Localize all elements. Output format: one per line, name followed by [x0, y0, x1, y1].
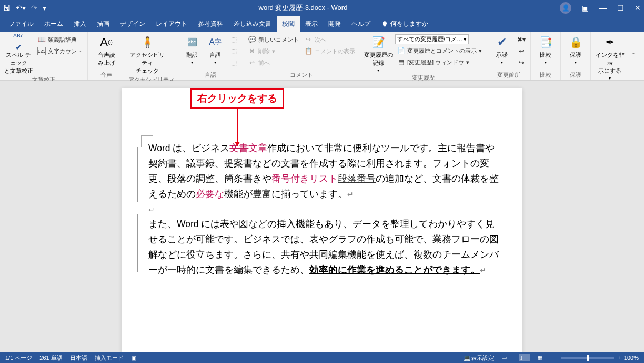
group-proofing: ᴬᴮᶜ✔ スペル チェック と文章校正 📖類義語辞典 123文字カウント 文章校… [0, 32, 88, 80]
prev-change-icon: ↩ [517, 47, 526, 55]
ribbon-display-icon[interactable]: ▣ [582, 4, 589, 12]
text[interactable]: 機能が豊富に揃っています。 [224, 189, 347, 199]
status-wordcount[interactable]: 261 単語 [39, 354, 62, 362]
zoom-level[interactable]: 100% [624, 355, 639, 361]
display-settings-button[interactable]: 💻表示設定 [464, 354, 494, 362]
zoom-slider[interactable] [561, 357, 614, 359]
tab-developer[interactable]: 開発 [323, 16, 346, 32]
maximize-icon[interactable]: ☐ [617, 4, 624, 12]
change-bar [137, 214, 138, 272]
view-print-icon[interactable]: ▯ [519, 354, 530, 361]
tab-home[interactable]: ホーム [39, 16, 68, 32]
pilcrow-icon: ↵ [347, 190, 354, 199]
markup-icon: 📄 [397, 46, 405, 55]
tab-layout[interactable]: レイアウト [150, 16, 193, 32]
qat-customize-icon[interactable]: ▾ [43, 4, 46, 12]
readaloud-button[interactable]: A))) 音声読 み上げ [91, 33, 122, 67]
close-icon[interactable]: ✕ [635, 4, 641, 12]
ribbon-tabs: ファイル ホーム 挿入 描画 デザイン レイアウト 参考資料 差し込み文書 校閲… [0, 16, 644, 32]
group-comments: 💬新しいコメント ✖削除 ▾ ↩前へ ↪次へ 📋コメントの表示 コメント [243, 32, 360, 80]
pilcrow-icon: ↵ [148, 205, 155, 214]
show-markup-button[interactable]: 📄変更履歴とコメントの表示 ▾ [395, 45, 484, 56]
view-readmode-icon[interactable]: ▭ [501, 354, 512, 361]
pane-icon: ▤ [397, 58, 405, 66]
ribbon: ᴬᴮᶜ✔ スペル チェック と文章校正 📖類義語辞典 123文字カウント 文章校… [0, 32, 644, 81]
document-area: 右クリックをする Word は、ビジネス文書文章作成において非常に便利なツールで… [0, 81, 644, 352]
tab-mailings[interactable]: 差し込み文書 [228, 16, 277, 32]
group-changes: ✔ 承諾▾ ✖▾ ↩ ↪ 変更箇所 [487, 32, 531, 80]
collapse-ribbon-icon[interactable]: ˆ [629, 52, 638, 60]
tracked-deletion[interactable]: 必要な [196, 189, 224, 199]
prev-change-button[interactable]: ↩ [516, 46, 527, 56]
group-label: 音声 [91, 70, 122, 80]
hide-ink-button[interactable]: ✒ インクを非表 示にする▾ [594, 33, 626, 81]
callout-arrow [237, 109, 238, 146]
tracked-format-change[interactable]: 効率的に作業を進めることができます。 [309, 264, 480, 275]
accept-button[interactable]: ✔ 承諾▾ [490, 33, 514, 65]
pilcrow-icon: ↵ [480, 266, 486, 274]
view-web-icon[interactable]: ▦ [537, 354, 548, 361]
next-change-button[interactable]: ↪ [516, 57, 527, 68]
tab-review[interactable]: 校閲 [277, 16, 300, 32]
tab-help[interactable]: ヘルプ [346, 16, 376, 32]
accessibility-check-button[interactable]: 🧍 アクセシビリティ チェック [128, 33, 166, 75]
translate-button[interactable]: 🔤 翻訳▾ [182, 33, 203, 65]
wordcount-button[interactable]: 123文字カウント [36, 46, 84, 56]
display-for-review-dropdown[interactable]: すべての変更履歴/コメ…▾ [395, 34, 469, 44]
document-page[interactable]: Word は、ビジネス文書文章作成において非常に便利なツールです。主に報告書や契… [122, 88, 522, 352]
chevron-down-icon: ▾ [464, 36, 467, 43]
lock-icon: 🔒 [568, 34, 583, 50]
show-icon: 📋 [304, 47, 313, 55]
track-changes-button[interactable]: 📝 変更履歴の 記録▾ [364, 33, 393, 73]
next-icon: ↪ [304, 35, 313, 44]
protect-button[interactable]: 🔒 保護▾ [564, 33, 587, 65]
group-compare: 📑 比較▾ 比較 [531, 32, 561, 80]
status-insert-mode[interactable]: 挿入モード [95, 354, 124, 362]
annotation-callout: 右クリックをする [190, 88, 284, 146]
group-label: 変更箇所 [490, 70, 527, 80]
text[interactable]: また、Word には表や図 [148, 219, 248, 229]
count-icon: 123 [37, 47, 46, 55]
lang-sm1: ⬚ [228, 34, 239, 45]
tab-file[interactable]: ファイル [3, 16, 39, 32]
tracked-insertion[interactable]: 段落番号 [338, 173, 376, 184]
comment-icon: 💬 [248, 35, 256, 44]
tracked-insertion[interactable]: など [248, 219, 267, 229]
tab-design[interactable]: デザイン [115, 16, 150, 32]
status-language[interactable]: 日本語 [70, 354, 87, 362]
tell-me-label: 何をしますか [390, 19, 428, 28]
status-page[interactable]: 1/1 ページ [5, 354, 32, 362]
status-bar: 1/1 ページ 261 単語 日本語 挿入モード ▣ 💻表示設定 ▭ ▯ ▦ −… [0, 352, 644, 363]
accessibility-icon: 🧍 [139, 34, 155, 50]
book-icon: 📖 [37, 35, 46, 44]
tell-me-search[interactable]: 何をしますか [376, 16, 434, 32]
macro-record-icon[interactable]: ▣ [131, 355, 136, 361]
prev-icon: ↩ [248, 58, 256, 67]
minimize-icon[interactable]: — [599, 4, 607, 12]
tab-view[interactable]: 表示 [300, 16, 323, 32]
delete-comment-button: ✖削除 ▾ [246, 46, 300, 56]
spellcheck-button[interactable]: ᴬᴮᶜ✔ スペル チェック と文章校正 [3, 33, 34, 75]
group-protect: 🔒 保護▾ 保護 [561, 32, 591, 80]
new-comment-button[interactable]: 💬新しいコメント [246, 34, 300, 45]
group-label: 言語 [182, 70, 239, 80]
thesaurus-button[interactable]: 📖類義語辞典 [36, 34, 84, 45]
tab-draw[interactable]: 描画 [92, 16, 115, 32]
reject-button[interactable]: ✖▾ [516, 34, 527, 45]
tab-insert[interactable]: 挿入 [68, 16, 92, 32]
language-button[interactable]: A字 言語▾ [205, 33, 226, 65]
zoom-in-button[interactable]: + [617, 355, 620, 361]
reviewing-pane-button[interactable]: ▤[変更履歴] ウィンドウ ▾ [395, 57, 484, 67]
account-avatar-icon[interactable]: 👤 [560, 2, 571, 14]
redo-icon[interactable]: ↷ [31, 4, 37, 12]
language-icon: A字 [207, 34, 223, 50]
change-bar [137, 147, 138, 202]
save-icon[interactable]: 🖫 [3, 4, 11, 12]
document-body[interactable]: Word は、ビジネス文書文章作成において非常に便利なツールです。主に報告書や契… [148, 141, 501, 278]
compare-button[interactable]: 📑 比較▾ [534, 33, 557, 65]
tab-references[interactable]: 参考資料 [193, 16, 228, 32]
readaloud-icon: A))) [98, 34, 114, 50]
tracked-deletion[interactable]: 番号付きリスト [271, 173, 338, 184]
zoom-out-button[interactable]: − [555, 355, 558, 361]
undo-icon[interactable]: ↶▾ [16, 4, 26, 12]
